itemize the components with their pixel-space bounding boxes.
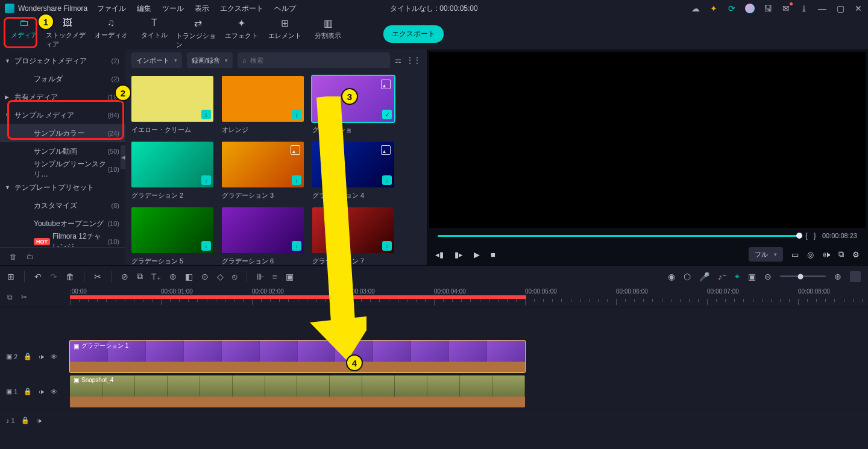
undo-icon[interactable]: ↶ xyxy=(34,272,42,281)
media-thumb[interactable]: ↓グラデーション 7 xyxy=(312,207,394,265)
tab-ストックメディア[interactable]: 🖼ストックメディア xyxy=(46,17,89,49)
save-icon[interactable]: 🖫 xyxy=(763,4,773,13)
media-thumb[interactable]: ↓イエロー・クリーム xyxy=(131,76,213,134)
tab-オーディオ[interactable]: ♫オーディオ xyxy=(89,17,133,49)
zoom-out-icon[interactable]: ⊖ xyxy=(764,272,772,281)
menu-ファイル[interactable]: ファイル xyxy=(97,4,126,14)
timeline-ruler[interactable]: :00:0000:00:01:0000:00:02:0000:00:03:000… xyxy=(70,287,868,307)
menu-ヘルプ[interactable]: ヘルプ xyxy=(274,4,296,14)
preview-scrubber[interactable] xyxy=(438,235,799,237)
maximize-icon[interactable]: ▢ xyxy=(835,4,845,13)
close-icon[interactable]: ✕ xyxy=(854,4,863,13)
track-v1-head[interactable]: ▣ 1 🔒 🕩 👁 xyxy=(0,374,70,409)
tl-marker-icon[interactable]: ▣ xyxy=(748,272,756,281)
tab-メディア[interactable]: 🗀メディア xyxy=(2,17,46,49)
sidebar-item[interactable]: サンプルグリーンスクリ…(10) xyxy=(0,160,125,178)
sidebar-item[interactable]: ▼テンプレートプリセット xyxy=(0,178,125,196)
ruler-fit-icon[interactable]: ⧉ xyxy=(7,293,13,301)
ruler-cut-icon[interactable]: ✂ xyxy=(21,293,27,301)
sidebar-item[interactable]: ▶共有メディア(19) xyxy=(0,88,125,106)
quality-dropdown[interactable]: フル▾ xyxy=(749,247,783,262)
stop-icon[interactable]: ■ xyxy=(491,250,495,259)
sidebar-item[interactable]: HOTFilmora 12チャレンジ(10) xyxy=(0,233,125,247)
tab-タイトル[interactable]: Tタイトル xyxy=(133,17,176,49)
snapshot-icon[interactable]: ◎ xyxy=(807,250,814,259)
zoom-in-icon[interactable]: ⊕ xyxy=(834,272,841,281)
tl-magnet-icon[interactable]: ⌖ xyxy=(735,271,740,281)
tag-icon[interactable]: ⊘ xyxy=(121,272,128,281)
mute-icon[interactable]: 🕩 xyxy=(38,388,45,395)
keyframe-icon[interactable]: ⎋ xyxy=(232,272,237,281)
sidebar-item[interactable]: カスタマイズ(8) xyxy=(0,196,125,215)
media-thumb[interactable]: ↓グラデーション 3 xyxy=(222,142,304,200)
folder-icon[interactable]: 🗀 xyxy=(27,253,34,261)
play-icon[interactable]: ▶ xyxy=(474,250,480,259)
record-dropdown[interactable]: 録画/録音▾ xyxy=(187,52,233,68)
clip-snapshot-4[interactable]: ▣Snapshot_4 xyxy=(70,375,525,407)
zoom-fit-icon[interactable] xyxy=(850,271,861,282)
cloud-icon[interactable]: ☁ xyxy=(691,4,700,13)
eye-icon[interactable]: 👁 xyxy=(51,388,57,395)
media-thumb[interactable]: ↓グラデーション 4 xyxy=(312,142,394,200)
sidebar-item[interactable]: ▼プロジェクトメディア(2) xyxy=(0,52,125,70)
eye-icon[interactable]: 👁 xyxy=(51,353,57,360)
lock-icon[interactable]: 🔒 xyxy=(24,353,32,360)
recycle-icon[interactable]: 🗑 xyxy=(10,253,17,261)
tab-トランジション[interactable]: ⇄トランジション xyxy=(176,17,219,49)
tl-adjust-icon[interactable]: ⊞ xyxy=(7,272,14,281)
sidebar-item[interactable]: Youtubeオープニング(10) xyxy=(0,215,125,233)
minimize-icon[interactable]: — xyxy=(817,4,827,13)
brace-close-icon[interactable]: } xyxy=(814,231,816,240)
sidebar-item[interactable]: フォルダ(2) xyxy=(0,70,125,88)
clip-gradient-1[interactable]: ▣グラデーション 1 xyxy=(70,341,525,372)
media-thumb[interactable]: ↓グラデーション 5 xyxy=(131,207,213,265)
headset-icon[interactable]: ⟳ xyxy=(727,4,737,13)
popout-icon[interactable]: ⧉ xyxy=(838,250,844,259)
bulb-icon[interactable]: ✦ xyxy=(709,4,719,13)
export-button[interactable]: エクスポート xyxy=(383,25,444,43)
mute-icon[interactable]: 🕩 xyxy=(38,353,45,360)
menu-ツール[interactable]: ツール xyxy=(162,4,184,14)
menu-エクスポート[interactable]: エクスポート xyxy=(220,4,263,14)
redo-icon[interactable]: ↷ xyxy=(50,272,57,281)
volume-icon[interactable]: 🕪 xyxy=(822,250,830,259)
menu-表示[interactable]: 表示 xyxy=(195,4,209,14)
cut-icon[interactable]: ✂ xyxy=(94,272,101,281)
sidebar-item[interactable]: サンプルカラー(24) xyxy=(0,124,125,142)
delete-icon[interactable]: 🗑 xyxy=(66,272,74,281)
search-input[interactable] xyxy=(250,57,385,64)
speed-icon[interactable]: ⊚ xyxy=(169,272,177,281)
settings-icon[interactable]: ⚙ xyxy=(852,250,860,259)
align-icon[interactable]: ⊪ xyxy=(257,272,264,281)
panel-collapse-handle[interactable]: ◀ xyxy=(121,145,125,169)
next-frame-icon[interactable]: ▮▸ xyxy=(454,250,463,259)
avatar-icon[interactable] xyxy=(745,4,755,13)
import-dropdown[interactable]: インポート▾ xyxy=(131,52,182,68)
media-thumb[interactable]: ↓グラデーション 2 xyxy=(131,142,213,200)
render-icon[interactable]: ▣ xyxy=(286,272,294,281)
brace-open-icon[interactable]: { xyxy=(805,231,808,240)
screen-icon[interactable]: ▭ xyxy=(791,250,799,259)
download-icon[interactable]: ⤓ xyxy=(799,4,809,13)
tl-rec-icon[interactable]: ◉ xyxy=(668,272,675,281)
search-box[interactable]: ⌕ xyxy=(237,52,390,68)
filter-icon[interactable]: ⚎ xyxy=(395,56,401,64)
crop-icon[interactable]: ⧉ xyxy=(137,271,143,281)
lock-icon[interactable]: 🔒 xyxy=(24,388,32,395)
tl-mic-icon[interactable]: 🎤 xyxy=(699,272,709,281)
lock-icon[interactable]: 🔒 xyxy=(21,416,30,424)
color-icon[interactable]: ◧ xyxy=(185,272,193,281)
tl-music-icon[interactable]: ♪⁼ xyxy=(718,272,726,281)
media-thumb[interactable]: ✓グラデーショ xyxy=(312,76,394,134)
sidebar-item[interactable]: サンプル動画(50) xyxy=(0,142,125,160)
timer-icon[interactable]: ⊙ xyxy=(201,272,209,281)
menu-編集[interactable]: 編集 xyxy=(137,4,151,14)
media-thumb[interactable]: ↓オレンジ xyxy=(222,76,304,134)
track-a1-head[interactable]: ♪ 1 🔒 🕩 xyxy=(0,409,70,432)
mute-icon[interactable]: 🕩 xyxy=(36,417,42,424)
grid-view-icon[interactable]: ⋮⋮ xyxy=(406,56,421,64)
mixer-icon[interactable]: ≡ xyxy=(272,272,277,281)
track-v2-head[interactable]: ▣ 2 🔒 🕩 👁 xyxy=(0,339,70,374)
mail-icon[interactable]: ✉ xyxy=(781,4,791,13)
text-add-icon[interactable]: T₊ xyxy=(151,272,161,281)
